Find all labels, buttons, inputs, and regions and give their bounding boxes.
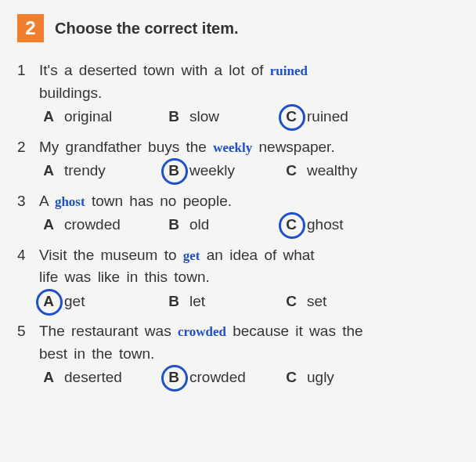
option[interactable]: Cugly: [282, 366, 334, 389]
option-text: crowded: [64, 214, 121, 236]
question-continuation: best in the town.: [39, 343, 459, 366]
option-text: ugly: [307, 366, 334, 389]
option-text: trendy: [64, 160, 106, 182]
options-row: AdesertedBcrowdedCugly: [39, 366, 459, 389]
options-row: AtrendyBweeklyCwealthy: [39, 160, 459, 182]
question-post-text: an idea of what: [200, 247, 315, 263]
question-pre-text: The restaurant was: [39, 323, 178, 339]
question-pre-text: It's a deserted town with a lot of: [39, 62, 270, 78]
option-text: weekly: [189, 160, 235, 182]
question-number: 3: [17, 190, 39, 213]
question-post-text: newspaper.: [252, 139, 334, 155]
options-row: AoriginalBslowCruined: [39, 106, 459, 128]
options-row: AgetBletCset: [39, 291, 459, 313]
option[interactable]: Aoriginal: [39, 106, 157, 128]
question-pre-text: A: [39, 193, 55, 209]
option-letter: A: [39, 107, 58, 126]
exercise-number: 2: [25, 14, 35, 42]
question-text: Visit the museum to get an idea of what: [39, 244, 459, 267]
question-text: It's a deserted town with a lot of ruine…: [39, 60, 459, 82]
question-block: 4Visit the museum to get an idea of what…: [17, 244, 459, 313]
option-text: let: [189, 291, 205, 313]
option-letter: C: [282, 107, 301, 126]
question-text: My grandfather buys the weekly newspaper…: [39, 136, 459, 159]
question-continuation: buildings.: [39, 82, 459, 105]
question-text: The restaurant was crowded because it wa…: [39, 320, 459, 343]
answer-fill: ruined: [270, 63, 308, 78]
question-post-text: town has no people.: [85, 193, 232, 209]
question-number: 5: [17, 320, 39, 343]
option-text: old: [189, 214, 209, 236]
question-number: 2: [17, 136, 39, 159]
option-letter: C: [282, 215, 301, 234]
question-line: 4Visit the museum to get an idea of what: [17, 244, 459, 267]
option[interactable]: Atrendy: [39, 160, 157, 182]
option-letter: C: [282, 292, 301, 311]
question-line: 5The restaurant was crowded because it w…: [17, 320, 459, 343]
option-letter: B: [164, 368, 183, 387]
option[interactable]: Bslow: [164, 106, 274, 128]
options-row: AcrowdedBoldCghost: [39, 214, 459, 236]
option-letter: A: [39, 215, 58, 234]
option-letter: C: [282, 161, 301, 180]
answer-fill: get: [183, 248, 200, 263]
option[interactable]: Bold: [164, 214, 274, 236]
option-letter: B: [164, 215, 183, 234]
option[interactable]: Bcrowded: [164, 366, 274, 389]
option[interactable]: Cwealthy: [282, 160, 357, 182]
option-text: ruined: [307, 106, 348, 128]
option-text: set: [307, 291, 326, 313]
question-pre-text: My grandfather buys the: [39, 139, 213, 155]
question-post-text: because it was the: [226, 323, 363, 339]
answer-fill: ghost: [55, 194, 85, 209]
option-letter: B: [164, 107, 183, 126]
question-block: 2My grandfather buys the weekly newspape…: [17, 136, 459, 182]
question-line: 3A ghost town has no people.: [17, 190, 459, 213]
option-letter: C: [282, 368, 301, 387]
question-line: 1It's a deserted town with a lot of ruin…: [17, 60, 459, 82]
option-text: wealthy: [307, 160, 357, 182]
answer-fill: crowded: [178, 324, 226, 339]
instruction-text: Choose the correct item.: [55, 16, 239, 40]
exercise-number-box: 2: [17, 14, 44, 42]
question-text: A ghost town has no people.: [39, 190, 459, 213]
option-text: crowded: [189, 366, 246, 389]
option-letter: A: [39, 292, 58, 311]
option-text: deserted: [64, 366, 122, 389]
option[interactable]: Cghost: [282, 214, 343, 236]
question-pre-text: Visit the museum to: [39, 247, 183, 263]
option-text: get: [64, 291, 85, 313]
option-letter: A: [39, 161, 58, 180]
option-letter: B: [164, 292, 183, 311]
option-text: ghost: [307, 214, 343, 236]
option-letter: B: [164, 161, 183, 180]
question-block: 5The restaurant was crowded because it w…: [17, 320, 459, 389]
option[interactable]: Acrowded: [39, 214, 157, 236]
option-text: original: [64, 106, 112, 128]
question-block: 1It's a deserted town with a lot of ruin…: [17, 60, 459, 128]
question-line: 2My grandfather buys the weekly newspape…: [17, 136, 459, 159]
question-number: 1: [17, 60, 39, 82]
question-block: 3A ghost town has no people.AcrowdedBold…: [17, 190, 459, 236]
option[interactable]: Cset: [282, 291, 326, 313]
option[interactable]: Adeserted: [39, 366, 157, 389]
option[interactable]: Aget: [39, 291, 157, 313]
option[interactable]: Bweekly: [164, 160, 274, 182]
option[interactable]: Cruined: [282, 106, 348, 128]
question-continuation: life was like in this town.: [39, 266, 459, 289]
exercise-header: 2 Choose the correct item.: [17, 14, 459, 42]
option-text: slow: [189, 106, 219, 128]
question-number: 4: [17, 244, 39, 267]
answer-fill: weekly: [213, 140, 252, 155]
option[interactable]: Blet: [164, 291, 274, 313]
questions-container: 1It's a deserted town with a lot of ruin…: [17, 60, 459, 389]
option-letter: A: [39, 368, 58, 387]
